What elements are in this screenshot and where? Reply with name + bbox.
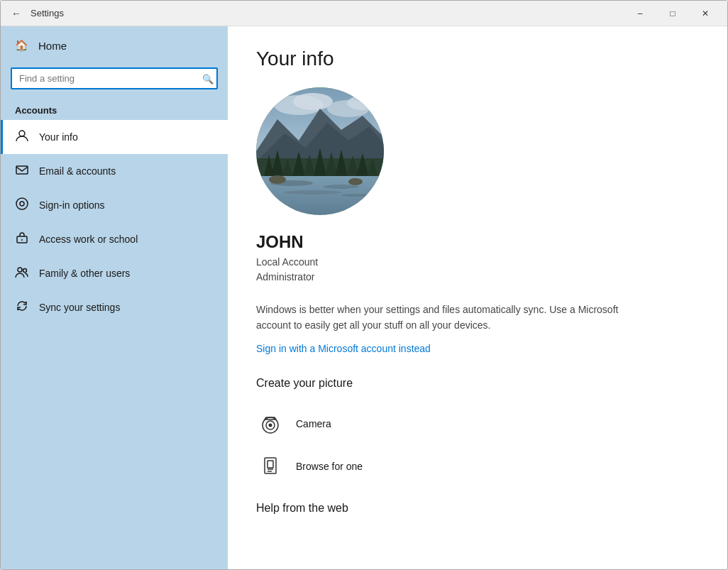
account-type-line2: Administrator: [256, 270, 699, 285]
home-label: Home: [38, 40, 67, 52]
help-title: Help from the web: [256, 502, 699, 515]
minimize-button[interactable]: –: [624, 1, 656, 26]
svg-point-32: [341, 194, 370, 197]
accounts-section-title: Accounts: [1, 98, 228, 120]
titlebar: ← Settings – □ ✕: [1, 1, 727, 26]
svg-point-11: [293, 93, 333, 110]
sidebar-item-family-users[interactable]: Family & other users: [1, 256, 228, 290]
profile-section: [256, 87, 699, 215]
maximize-button[interactable]: □: [656, 1, 689, 26]
user-name: JOHN: [256, 232, 699, 252]
sidebar: 🏠 Home 🔍 Accounts Your info: [1, 26, 228, 569]
svg-point-2: [16, 198, 28, 209]
email-accounts-label: Email & accounts: [39, 165, 116, 177]
settings-window: ← Settings – □ ✕ 🏠 Home 🔍 Accounts: [0, 0, 728, 570]
create-picture-title: Create your picture: [256, 377, 699, 390]
browse-label: Browse for one: [296, 461, 363, 472]
microsoft-account-link[interactable]: Sign in with a Microsoft account instead: [256, 343, 431, 354]
camera-option[interactable]: Camera: [256, 402, 699, 445]
avatar: [256, 87, 384, 215]
email-icon: [15, 163, 29, 180]
browse-option[interactable]: Browse for one: [256, 445, 699, 488]
svg-point-13: [347, 96, 378, 110]
sidebar-item-email-accounts[interactable]: Email & accounts: [1, 154, 228, 188]
window-title: Settings: [26, 8, 624, 18]
svg-rect-39: [268, 461, 273, 468]
your-info-label: Your info: [39, 131, 78, 143]
window-controls: – □ ✕: [624, 1, 722, 26]
close-button[interactable]: ✕: [689, 1, 722, 26]
work-school-icon: [15, 231, 29, 248]
sync-icon: [15, 299, 29, 316]
sidebar-item-your-info[interactable]: Your info: [1, 120, 228, 154]
svg-point-33: [269, 175, 286, 184]
main-content: Your info: [228, 26, 727, 569]
sidebar-item-sign-in[interactable]: Sign-in options: [1, 188, 228, 222]
back-button[interactable]: ←: [6, 4, 26, 23]
search-input[interactable]: [11, 67, 218, 89]
family-users-label: Family & other users: [39, 268, 130, 279]
svg-point-7: [23, 269, 27, 273]
content-area: 🏠 Home 🔍 Accounts Your info: [1, 26, 727, 569]
svg-point-6: [18, 268, 22, 272]
sidebar-item-work-school[interactable]: Access work or school: [1, 222, 228, 256]
svg-point-3: [20, 202, 24, 206]
sign-in-label: Sign-in options: [39, 199, 105, 211]
account-type-line1: Local Account: [256, 255, 699, 270]
svg-point-31: [285, 190, 341, 194]
svg-rect-1: [16, 166, 28, 174]
home-icon: 🏠: [15, 39, 28, 52]
search-box: 🔍: [11, 67, 218, 89]
account-type: Local Account Administrator: [256, 255, 699, 285]
sign-in-icon: [15, 197, 29, 214]
your-info-icon: [15, 128, 29, 146]
svg-point-0: [19, 131, 25, 136]
camera-label: Camera: [296, 418, 331, 429]
work-school-label: Access work or school: [39, 234, 138, 245]
sidebar-item-sync[interactable]: Sync your settings: [1, 290, 228, 324]
svg-point-34: [348, 178, 363, 185]
search-icon: 🔍: [202, 73, 214, 84]
family-icon: [15, 265, 29, 282]
sidebar-item-home[interactable]: 🏠 Home: [1, 26, 228, 65]
browse-icon: [256, 452, 285, 481]
svg-point-30: [324, 185, 359, 189]
sync-description: Windows is better when your settings and…: [256, 302, 625, 334]
camera-icon: [256, 410, 285, 438]
page-title: Your info: [256, 48, 699, 70]
sync-label: Sync your settings: [39, 302, 120, 313]
svg-point-37: [269, 423, 272, 427]
